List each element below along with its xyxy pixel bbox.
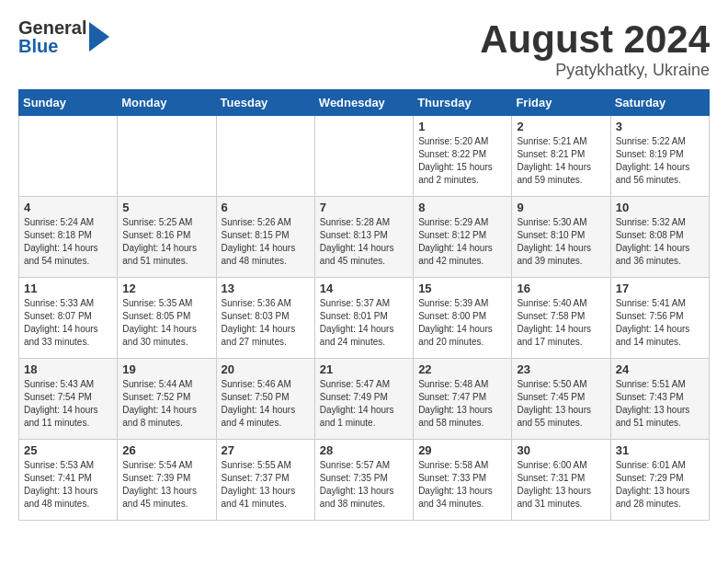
day-info: Sunrise: 5:53 AM Sunset: 7:41 PM Dayligh… xyxy=(24,459,112,511)
calendar-cell: 7Sunrise: 5:28 AM Sunset: 8:13 PM Daylig… xyxy=(314,197,413,278)
day-info: Sunrise: 5:48 AM Sunset: 7:47 PM Dayligh… xyxy=(418,378,506,430)
calendar-cell: 11Sunrise: 5:33 AM Sunset: 8:07 PM Dayli… xyxy=(19,278,118,359)
day-info: Sunrise: 5:26 AM Sunset: 8:15 PM Dayligh… xyxy=(222,216,310,268)
header-day-friday: Friday xyxy=(512,90,610,116)
calendar-cell: 14Sunrise: 5:37 AM Sunset: 8:01 PM Dayli… xyxy=(314,278,413,359)
logo-blue: Blue xyxy=(18,37,86,55)
day-info: Sunrise: 5:40 AM Sunset: 7:58 PM Dayligh… xyxy=(517,297,605,349)
calendar-cell xyxy=(118,116,216,197)
day-number: 12 xyxy=(122,282,210,295)
day-info: Sunrise: 6:00 AM Sunset: 7:31 PM Dayligh… xyxy=(517,459,605,511)
week-row-1: 1Sunrise: 5:20 AM Sunset: 8:22 PM Daylig… xyxy=(19,116,710,197)
day-number: 20 xyxy=(222,362,310,376)
day-info: Sunrise: 5:22 AM Sunset: 8:19 PM Dayligh… xyxy=(616,135,704,187)
page-header: General Blue August 2024 Pyatykhatky, Uk… xyxy=(18,18,710,80)
header-day-wednesday: Wednesday xyxy=(314,90,413,116)
calendar-cell: 26Sunrise: 5:54 AM Sunset: 7:39 PM Dayli… xyxy=(118,440,216,521)
calendar-cell: 21Sunrise: 5:47 AM Sunset: 7:49 PM Dayli… xyxy=(314,359,413,440)
day-number: 7 xyxy=(320,201,408,214)
calendar-cell: 5Sunrise: 5:25 AM Sunset: 8:16 PM Daylig… xyxy=(118,197,216,278)
calendar-cell xyxy=(314,116,413,197)
day-info: Sunrise: 5:32 AM Sunset: 8:08 PM Dayligh… xyxy=(616,216,704,268)
day-info: Sunrise: 5:37 AM Sunset: 8:01 PM Dayligh… xyxy=(320,297,408,349)
day-number: 24 xyxy=(616,362,704,376)
header-day-tuesday: Tuesday xyxy=(216,90,314,116)
day-number: 9 xyxy=(517,201,605,214)
calendar-table: SundayMondayTuesdayWednesdayThursdayFrid… xyxy=(18,89,710,521)
calendar-cell: 4Sunrise: 5:24 AM Sunset: 8:18 PM Daylig… xyxy=(19,197,118,278)
day-info: Sunrise: 5:39 AM Sunset: 8:00 PM Dayligh… xyxy=(418,297,506,349)
logo-arrow-icon xyxy=(89,22,109,52)
day-number: 5 xyxy=(122,201,210,214)
calendar-cell: 16Sunrise: 5:40 AM Sunset: 7:58 PM Dayli… xyxy=(512,278,610,359)
calendar-cell: 8Sunrise: 5:29 AM Sunset: 8:12 PM Daylig… xyxy=(414,197,512,278)
day-number: 16 xyxy=(517,282,605,295)
day-info: Sunrise: 5:54 AM Sunset: 7:39 PM Dayligh… xyxy=(122,459,210,511)
calendar-cell: 27Sunrise: 5:55 AM Sunset: 7:37 PM Dayli… xyxy=(216,440,314,521)
day-info: Sunrise: 5:29 AM Sunset: 8:12 PM Dayligh… xyxy=(418,216,506,268)
day-number: 18 xyxy=(24,362,112,376)
day-number: 11 xyxy=(24,282,112,295)
day-number: 22 xyxy=(418,362,506,376)
day-number: 17 xyxy=(616,282,704,295)
day-number: 30 xyxy=(517,443,605,457)
calendar-cell: 13Sunrise: 5:36 AM Sunset: 8:03 PM Dayli… xyxy=(216,278,314,359)
title-block: August 2024 Pyatykhatky, Ukraine xyxy=(480,18,710,80)
day-info: Sunrise: 5:46 AM Sunset: 7:50 PM Dayligh… xyxy=(222,378,310,430)
calendar-cell xyxy=(216,116,314,197)
week-row-3: 11Sunrise: 5:33 AM Sunset: 8:07 PM Dayli… xyxy=(19,278,710,359)
day-info: Sunrise: 5:24 AM Sunset: 8:18 PM Dayligh… xyxy=(24,216,112,268)
calendar-cell: 23Sunrise: 5:50 AM Sunset: 7:45 PM Dayli… xyxy=(512,359,610,440)
header-row: SundayMondayTuesdayWednesdayThursdayFrid… xyxy=(19,90,710,116)
day-number: 3 xyxy=(616,120,704,133)
calendar-cell: 20Sunrise: 5:46 AM Sunset: 7:50 PM Dayli… xyxy=(216,359,314,440)
calendar-cell xyxy=(19,116,118,197)
calendar-cell: 10Sunrise: 5:32 AM Sunset: 8:08 PM Dayli… xyxy=(610,197,709,278)
day-number: 15 xyxy=(418,282,506,295)
day-info: Sunrise: 5:58 AM Sunset: 7:33 PM Dayligh… xyxy=(418,459,506,511)
calendar-header: SundayMondayTuesdayWednesdayThursdayFrid… xyxy=(19,90,710,116)
day-info: Sunrise: 5:50 AM Sunset: 7:45 PM Dayligh… xyxy=(517,378,605,430)
calendar-cell: 6Sunrise: 5:26 AM Sunset: 8:15 PM Daylig… xyxy=(216,197,314,278)
header-day-thursday: Thursday xyxy=(414,90,512,116)
calendar-cell: 17Sunrise: 5:41 AM Sunset: 7:56 PM Dayli… xyxy=(610,278,709,359)
calendar-cell: 28Sunrise: 5:57 AM Sunset: 7:35 PM Dayli… xyxy=(314,440,413,521)
header-day-monday: Monday xyxy=(118,90,216,116)
day-info: Sunrise: 5:25 AM Sunset: 8:16 PM Dayligh… xyxy=(122,216,210,268)
day-number: 23 xyxy=(517,362,605,376)
day-number: 6 xyxy=(222,201,310,214)
day-number: 1 xyxy=(418,120,506,133)
day-info: Sunrise: 5:28 AM Sunset: 8:13 PM Dayligh… xyxy=(320,216,408,268)
day-number: 29 xyxy=(418,443,506,457)
week-row-2: 4Sunrise: 5:24 AM Sunset: 8:18 PM Daylig… xyxy=(19,197,710,278)
day-info: Sunrise: 5:36 AM Sunset: 8:03 PM Dayligh… xyxy=(222,297,310,349)
calendar-cell: 9Sunrise: 5:30 AM Sunset: 8:10 PM Daylig… xyxy=(512,197,610,278)
day-info: Sunrise: 6:01 AM Sunset: 7:29 PM Dayligh… xyxy=(616,459,704,511)
logo: General Blue xyxy=(18,18,109,55)
day-number: 2 xyxy=(517,120,605,133)
day-info: Sunrise: 5:55 AM Sunset: 7:37 PM Dayligh… xyxy=(222,459,310,511)
calendar-cell: 24Sunrise: 5:51 AM Sunset: 7:43 PM Dayli… xyxy=(610,359,709,440)
calendar-body: 1Sunrise: 5:20 AM Sunset: 8:22 PM Daylig… xyxy=(19,116,710,521)
day-number: 8 xyxy=(418,201,506,214)
header-day-sunday: Sunday xyxy=(19,90,118,116)
day-info: Sunrise: 5:43 AM Sunset: 7:54 PM Dayligh… xyxy=(24,378,112,430)
calendar-cell: 19Sunrise: 5:44 AM Sunset: 7:52 PM Dayli… xyxy=(118,359,216,440)
calendar-title: August 2024 xyxy=(480,18,710,61)
calendar-location: Pyatykhatky, Ukraine xyxy=(480,61,710,80)
day-info: Sunrise: 5:47 AM Sunset: 7:49 PM Dayligh… xyxy=(320,378,408,430)
week-row-4: 18Sunrise: 5:43 AM Sunset: 7:54 PM Dayli… xyxy=(19,359,710,440)
day-number: 28 xyxy=(320,443,408,457)
logo-general: General xyxy=(18,18,86,37)
day-number: 4 xyxy=(24,201,112,214)
day-number: 10 xyxy=(616,201,704,214)
day-number: 26 xyxy=(122,443,210,457)
day-number: 21 xyxy=(320,362,408,376)
calendar-cell: 30Sunrise: 6:00 AM Sunset: 7:31 PM Dayli… xyxy=(512,440,610,521)
calendar-cell: 12Sunrise: 5:35 AM Sunset: 8:05 PM Dayli… xyxy=(118,278,216,359)
day-number: 19 xyxy=(122,362,210,376)
day-info: Sunrise: 5:44 AM Sunset: 7:52 PM Dayligh… xyxy=(122,378,210,430)
day-info: Sunrise: 5:33 AM Sunset: 8:07 PM Dayligh… xyxy=(24,297,112,349)
calendar-cell: 31Sunrise: 6:01 AM Sunset: 7:29 PM Dayli… xyxy=(610,440,709,521)
day-number: 13 xyxy=(222,282,310,295)
